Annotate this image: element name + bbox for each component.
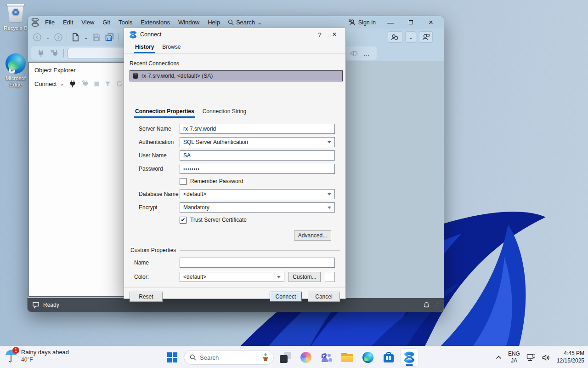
menu-help[interactable]: Help: [204, 16, 224, 29]
server-name-value: rx-7.srv.world: [183, 126, 216, 132]
search-icon: [228, 19, 234, 25]
menu-view[interactable]: View: [77, 16, 98, 29]
encrypt-dropdown[interactable]: Mandatory: [180, 202, 335, 213]
recent-connection-item[interactable]: rx-7.srv.world, <default> (SA): [130, 70, 343, 81]
back-history-chevron[interactable]: ⌄: [45, 34, 50, 40]
close-button[interactable]: ×: [421, 16, 441, 29]
teams-button[interactable]: [317, 348, 336, 367]
search-highlight-cupcake-icon: [261, 353, 270, 362]
start-button[interactable]: [163, 348, 181, 367]
microsoft-store-icon: [383, 352, 394, 363]
connect-plug-icon[interactable]: [69, 79, 76, 89]
microsoft-store-button[interactable]: [379, 348, 398, 367]
sign-in-button[interactable]: Sign in: [344, 19, 380, 26]
menu-file[interactable]: File: [41, 16, 59, 29]
save-all-button[interactable]: [105, 32, 115, 42]
weather-widget[interactable]: 1 Rainy days ahead 40°F: [5, 348, 69, 364]
live-share-button[interactable]: [388, 31, 402, 43]
edge-taskbar-button[interactable]: [359, 348, 377, 367]
custom-name-label: Name: [130, 259, 180, 266]
navigate-forward-button[interactable]: [53, 32, 63, 42]
toolbar-overflow-button[interactable]: …: [363, 50, 370, 57]
disconnect-icon[interactable]: [50, 48, 60, 58]
color-value: <default>: [183, 274, 206, 280]
tab-connection-string[interactable]: Connection String: [202, 105, 247, 118]
connect-object-explorer-icon[interactable]: [36, 48, 46, 58]
authentication-dropdown[interactable]: SQL Server Authentication: [180, 137, 335, 147]
dialog-close-button[interactable]: ×: [329, 30, 340, 39]
taskbar-search-box[interactable]: Search: [184, 350, 274, 365]
navigate-back-button[interactable]: [32, 32, 42, 42]
menu-search[interactable]: Search ⌄: [224, 19, 266, 26]
user-name-label: User Name: [139, 152, 180, 159]
refresh-icon[interactable]: [116, 79, 123, 89]
chevron-down-icon: ⌄: [257, 20, 262, 25]
feedback-button[interactable]: [419, 31, 433, 43]
color-dropdown[interactable]: <default>: [180, 272, 284, 282]
recycle-bin-desktop-icon[interactable]: ♻ Recycle B: [1, 3, 30, 31]
object-explorer-connect-button[interactable]: Connect ⌄: [34, 80, 64, 87]
tab-history[interactable]: History: [134, 41, 155, 53]
ssms-app-icon: [31, 18, 39, 27]
person-add-icon: [349, 19, 356, 26]
trust-server-certificate-checkbox[interactable]: ✔: [180, 217, 187, 224]
menu-window[interactable]: Window: [174, 16, 204, 29]
custom-name-input[interactable]: [180, 258, 335, 268]
file-explorer-button[interactable]: [338, 348, 356, 367]
cancel-button[interactable]: Cancel: [308, 292, 340, 302]
tab-browse[interactable]: Browse: [161, 41, 181, 53]
filter-icon[interactable]: [105, 79, 111, 89]
clock[interactable]: 4:45 PM 12/15/2025: [557, 350, 584, 364]
tab-connection-properties[interactable]: Connection Properties: [134, 105, 195, 118]
ssms-taskbar-button[interactable]: [400, 348, 418, 367]
chevron-down-icon: [328, 193, 331, 196]
weather-headline: Rainy days ahead: [21, 349, 69, 356]
reset-button[interactable]: Reset: [130, 292, 163, 302]
volume-icon[interactable]: [542, 354, 550, 361]
new-file-button[interactable]: [70, 32, 80, 42]
status-message-icon: [32, 302, 40, 309]
language-bottom: JA: [508, 357, 520, 364]
password-input[interactable]: ••••••••: [180, 164, 335, 174]
trust-server-certificate-label: Trust Server Certificate: [190, 217, 247, 223]
edge-desktop-icon[interactable]: ↗ Microsof Edge: [1, 53, 30, 88]
minimize-button[interactable]: —: [380, 16, 401, 29]
connect-button[interactable]: Connect: [270, 292, 302, 302]
custom-color-button[interactable]: Custom...: [288, 272, 321, 282]
user-name-input[interactable]: SA: [180, 150, 335, 161]
maximize-icon: [409, 20, 413, 24]
menu-edit[interactable]: Edit: [59, 16, 77, 29]
resize-grip[interactable]: ⋰: [434, 303, 439, 308]
database-name-dropdown[interactable]: <default>: [180, 189, 335, 199]
notifications-bell-icon[interactable]: [424, 302, 430, 309]
disconnect-plug-icon[interactable]: [81, 79, 89, 89]
color-swatch[interactable]: [325, 272, 335, 282]
remember-password-checkbox[interactable]: [180, 178, 187, 185]
language-indicator[interactable]: ENG JA: [508, 351, 520, 364]
live-share-chevron-button[interactable]: ⌄: [405, 31, 416, 43]
stop-icon[interactable]: [94, 79, 99, 89]
history-browse-tabs: History Browse: [124, 41, 345, 54]
save-button[interactable]: [91, 32, 102, 42]
network-icon[interactable]: [526, 354, 536, 362]
menu-extensions[interactable]: Extensions: [136, 16, 174, 29]
connect-dialog: Connect ? × History Browse Recent Connec…: [124, 28, 346, 299]
recent-connection-text: rx-7.srv.world, <default> (SA): [141, 73, 213, 79]
server-name-input[interactable]: rx-7.srv.world: [180, 124, 335, 134]
menu-git[interactable]: Git: [98, 16, 114, 29]
execute-disabled-icon[interactable]: [349, 48, 359, 58]
recycle-bin-label: Recycle B: [1, 25, 30, 31]
dialog-help-button[interactable]: ?: [314, 31, 325, 38]
edge-icon: [362, 352, 373, 363]
system-tray: ENG JA 4:45 PM 12/15/2025: [496, 346, 584, 368]
new-file-chevron[interactable]: ⌄: [84, 34, 88, 40]
advanced-button[interactable]: Advanced...: [294, 230, 331, 241]
encrypt-value: Mandatory: [183, 204, 209, 211]
weather-temperature: 40°F: [21, 356, 69, 364]
task-view-button[interactable]: [276, 348, 294, 367]
tray-chevron-up-icon[interactable]: [496, 356, 502, 359]
menu-tools[interactable]: Tools: [114, 16, 136, 29]
copilot-button[interactable]: [297, 348, 315, 367]
maximize-button[interactable]: [401, 16, 421, 29]
edge-label-line2: Edge: [1, 81, 30, 88]
